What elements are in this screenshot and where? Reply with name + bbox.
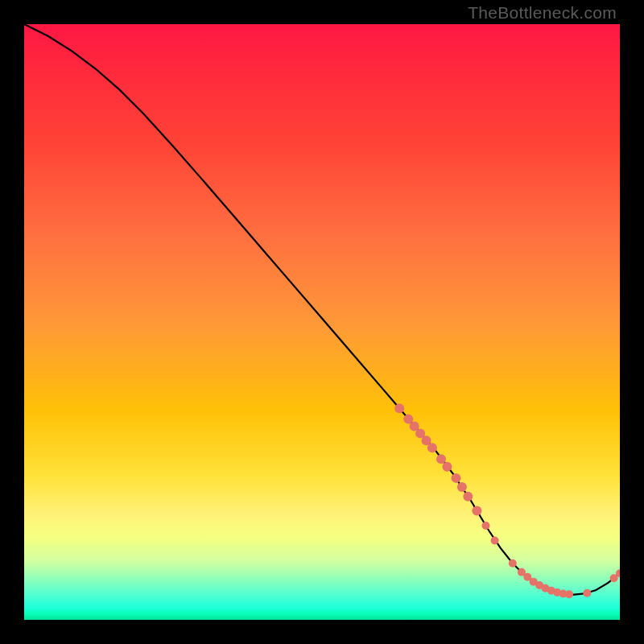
chart-point [472,506,481,516]
chart-point [427,443,437,452]
chart-point [463,492,473,502]
chart-point [509,559,517,568]
chart-svg [24,24,620,620]
chart-point [436,454,446,464]
chart-point [583,589,591,597]
chart-curve-line [24,24,620,595]
chart-point [452,473,461,483]
chart-point [394,403,404,413]
chart-point [491,537,499,545]
chart-point [482,522,490,530]
watermark-text: TheBottleneck.com [468,3,617,23]
chart-point [565,590,573,598]
chart-plot-area [24,24,620,620]
chart-point [457,482,467,492]
chart-highlight-points [394,403,620,598]
chart-point [442,462,452,472]
